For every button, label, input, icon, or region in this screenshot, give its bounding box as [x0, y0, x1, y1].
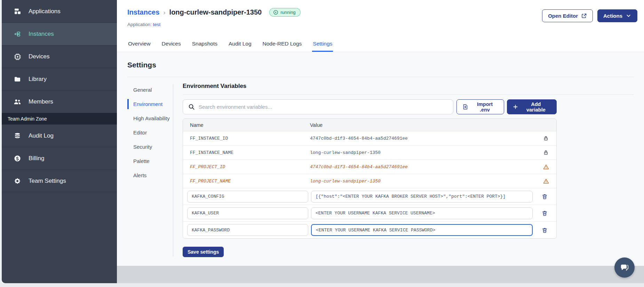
- env-var-name-input[interactable]: [187, 191, 308, 203]
- sidebar-item-library[interactable]: Library: [2, 68, 117, 90]
- search-icon: [188, 104, 195, 110]
- sidebar-item-members[interactable]: Members: [2, 90, 117, 113]
- window-bottom-edge: [0, 283, 644, 287]
- trash-icon[interactable]: [542, 194, 548, 199]
- env-var-name-input[interactable]: [187, 207, 308, 219]
- env-var-name: FF_PROJECT_ID: [190, 164, 310, 170]
- env-var-name: FF_PROJECT_NAME: [190, 179, 310, 184]
- import-env-button[interactable]: Import .env: [456, 99, 504, 114]
- trash-icon[interactable]: [542, 210, 548, 216]
- save-settings-button[interactable]: Save settings: [183, 247, 224, 257]
- env-var-row-ff-project-name: FF_PROJECT_NAME long-curlew-sandpiper-13…: [183, 174, 556, 188]
- sidebar-item-label: Instances: [29, 31, 54, 38]
- status-badge: running: [269, 8, 300, 17]
- settings-title: Settings: [127, 61, 156, 69]
- env-var-name-input[interactable]: [187, 224, 308, 236]
- breadcrumb-instances-link[interactable]: Instances: [127, 8, 159, 16]
- sidebar-item-team-settings[interactable]: Team Settings: [2, 170, 117, 192]
- env-var-name: FF_INSTANCE_ID: [190, 136, 310, 141]
- settings-nav-security[interactable]: Security: [127, 142, 173, 152]
- actions-button[interactable]: Actions: [597, 9, 637, 22]
- column-header-name: Name: [190, 122, 310, 128]
- sidebar-item-label: Team Settings: [29, 178, 66, 184]
- members-icon: [14, 98, 21, 106]
- env-var-value: 4747c0bd-d1f3-4654-84b4-aa5d274691ee: [310, 164, 535, 170]
- env-var-value-input[interactable]: [311, 224, 533, 236]
- header-buttons: Open Editor Actions: [542, 9, 637, 22]
- panel-title: Environment Variables: [183, 83, 634, 90]
- settings-nav-general[interactable]: General: [127, 85, 173, 95]
- env-var-value-input[interactable]: [311, 207, 533, 219]
- tab-overview[interactable]: Overview: [127, 37, 151, 52]
- env-var-row-kafka-user: [183, 205, 556, 222]
- breadcrumb: Instances › long-curlew-sandpiper-1350 r…: [127, 8, 301, 17]
- open-editor-button[interactable]: Open Editor: [542, 9, 593, 22]
- instance-tabs: Overview Devices Snapshots Audit Log Nod…: [127, 37, 333, 52]
- breadcrumb-separator: ›: [163, 9, 165, 16]
- sidebar-admin-nav: Audit Log Billing Team Settings: [2, 124, 117, 192]
- settings-nav-editor[interactable]: Editor: [127, 128, 173, 138]
- application-label: Application:: [127, 22, 152, 27]
- sidebar-item-label: Audit Log: [29, 132, 54, 139]
- main-area: Instances › long-curlew-sandpiper-1350 r…: [117, 0, 644, 287]
- audit-log-icon: [14, 132, 21, 140]
- sidebar-main-nav: Applications Instances Devices Library M…: [2, 0, 117, 113]
- team-admin-zone-label: Team Admin Zone: [2, 113, 117, 124]
- sidebar-item-audit-log[interactable]: Audit Log: [2, 124, 117, 147]
- billing-icon: [14, 155, 21, 162]
- settings-nav-palette[interactable]: Palette: [127, 156, 173, 166]
- application-link[interactable]: test: [153, 22, 161, 27]
- status-badge-label: running: [280, 10, 295, 15]
- lock-icon: [543, 136, 549, 141]
- page-footer: [117, 266, 644, 285]
- settings-nav-alerts[interactable]: Alerts: [127, 170, 173, 180]
- settings-nav-environment[interactable]: Environment: [127, 99, 173, 109]
- search-input[interactable]: [199, 104, 448, 110]
- sidebar-item-label: Members: [29, 98, 53, 105]
- search-box: [183, 99, 453, 114]
- env-var-row-ff-project-id: FF_PROJECT_ID 4747c0bd-d1f3-4654-84b4-aa…: [183, 160, 556, 174]
- sidebar-item-applications[interactable]: Applications: [2, 0, 117, 23]
- external-link-icon: [581, 13, 587, 19]
- lock-icon: [543, 150, 549, 155]
- tab-audit-log[interactable]: Audit Log: [228, 37, 252, 52]
- sidebar-item-instances[interactable]: Instances: [2, 23, 117, 45]
- import-file-icon: [462, 104, 468, 110]
- env-variables-table: Name Value FF_INSTANCE_ID 4747c0bd-d1f3-…: [183, 118, 557, 239]
- warning-icon: [543, 178, 549, 184]
- sidebar-item-label: Devices: [29, 53, 49, 60]
- settings-content: Settings General Environment High Availa…: [117, 52, 644, 266]
- tab-node-red-logs[interactable]: Node-RED Logs: [262, 37, 303, 52]
- column-header-value: Value: [310, 122, 535, 128]
- app-window: Applications Instances Devices Library M…: [0, 0, 644, 287]
- tab-snapshots[interactable]: Snapshots: [191, 37, 218, 52]
- env-var-name: FF_INSTANCE_NAME: [190, 150, 310, 155]
- environment-panel: Environment Variables Import .env Add va…: [183, 83, 634, 239]
- plus-icon: [513, 104, 518, 109]
- chevron-down-icon: [626, 13, 631, 19]
- page-header: Instances › long-curlew-sandpiper-1350 r…: [117, 0, 644, 52]
- add-variable-button[interactable]: Add variable: [507, 99, 557, 114]
- application-row: Application: test: [127, 22, 160, 27]
- library-icon: [14, 75, 21, 83]
- sidebar-item-devices[interactable]: Devices: [2, 45, 117, 68]
- tab-settings[interactable]: Settings: [312, 37, 333, 52]
- env-var-value: long-curlew-sandpiper-1350: [310, 150, 535, 155]
- env-table-header: Name Value: [183, 119, 556, 131]
- trash-icon[interactable]: [542, 227, 548, 233]
- add-variable-label: Add variable: [521, 101, 551, 113]
- env-var-row-ff-instance-id: FF_INSTANCE_ID 4747c0bd-d1f3-4654-84b4-a…: [183, 131, 556, 146]
- settings-divider: [127, 77, 634, 77]
- chat-widget-button[interactable]: [614, 257, 635, 278]
- env-controls: Import .env Add variable: [183, 99, 557, 114]
- panel-divider: [183, 95, 634, 95]
- team-settings-icon: [14, 177, 21, 185]
- tab-devices[interactable]: Devices: [161, 37, 182, 52]
- sidebar-item-label: Applications: [29, 8, 61, 15]
- sidebar-item-label: Billing: [29, 155, 44, 162]
- settings-nav-high-availability[interactable]: High Availability: [127, 113, 173, 123]
- env-var-value: long-curlew-sandpiper-1350: [310, 179, 535, 184]
- env-var-value-input[interactable]: [311, 191, 533, 203]
- sidebar-item-billing[interactable]: Billing: [2, 147, 117, 170]
- import-env-label: Import .env: [471, 101, 498, 113]
